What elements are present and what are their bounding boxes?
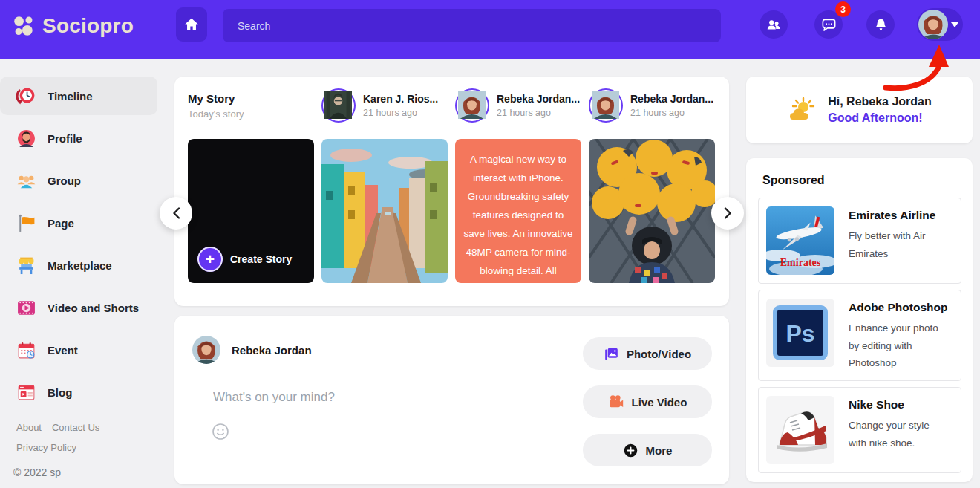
ad-description: Enhance your photo by editing with Photo… <box>849 319 947 372</box>
nike-sneaker-image <box>766 396 834 464</box>
my-story-title: My Story <box>188 92 235 105</box>
sidebar-item-label: Timeline <box>48 90 93 103</box>
composer-user-name: Rebeka Jordan <box>232 344 312 357</box>
photo-video-icon <box>604 346 619 362</box>
story-person-time: 21 hours ago <box>363 108 438 118</box>
brand-name: Sociopro <box>42 14 134 38</box>
ad-body: Nike Shoe Change your style with nike sh… <box>849 396 947 464</box>
story-person-rebeka-2[interactable]: Rebeka Jordan... 21 hours ago <box>589 88 722 123</box>
greeting-text: Hi, Rebeka Jordan Good Afternoon! <box>828 95 932 125</box>
story-avatar-ring <box>455 88 489 123</box>
friends-icon <box>765 16 782 33</box>
ad-name: Nike Shoe <box>849 398 947 411</box>
photo-video-label: Photo/Video <box>627 348 691 360</box>
post-composer-card: Rebeka Jordan Photo/Video <box>174 316 729 484</box>
story-tile-street-photo[interactable] <box>321 139 448 283</box>
story-person-time: 21 hours ago <box>497 108 580 118</box>
live-video-icon <box>608 394 624 410</box>
ad-description: Change your style with nike shoe. <box>849 417 947 452</box>
photoshop-ad-image: Ps <box>766 299 834 367</box>
profile-menu[interactable] <box>917 8 963 41</box>
sidebar-item-marketplace[interactable]: Marketplace <box>0 246 157 284</box>
sidebar-item-label: Event <box>48 344 78 357</box>
sidebar-item-event[interactable]: Event <box>0 331 157 369</box>
sidebar-item-label: Profile <box>48 132 82 145</box>
ad-emirates-airline[interactable]: Emirates Emirates Airline Fly better wit… <box>758 198 961 284</box>
ad-name: Emirates Airline <box>849 209 947 222</box>
link-about[interactable]: About <box>16 422 42 433</box>
story-tile-text[interactable]: A magical new way to interact with iPhon… <box>455 139 581 283</box>
sidebar-item-blog[interactable]: Blog <box>0 373 157 411</box>
ad-name: Adobe Photoshop <box>849 301 947 314</box>
notifications-button[interactable] <box>866 10 895 39</box>
greeting-line2: Good Afternoon! <box>828 111 932 125</box>
story-person-karen[interactable]: Karen J. Rios... 21 hours ago <box>321 88 455 123</box>
my-story-subtitle: Today's story <box>188 108 244 120</box>
story-avatar-ring <box>589 88 623 123</box>
story-person-name: Rebeka Jordan... <box>497 93 580 105</box>
link-privacy-policy[interactable]: Privacy Policy <box>16 442 76 453</box>
search-input[interactable] <box>223 9 721 42</box>
composer-user: Rebeka Jordan <box>192 336 312 364</box>
sidebar-item-label: Group <box>48 175 81 187</box>
story-tile-balloons-photo[interactable] <box>589 139 715 283</box>
sidebar-item-label: Blog <box>48 386 72 399</box>
rebeka-avatar-photo <box>918 10 948 39</box>
profile-icon <box>16 128 36 149</box>
create-story-label: Create Story <box>230 253 292 265</box>
sidebar-item-label: Video and Shorts <box>48 302 139 314</box>
sidebar-item-video-and-shorts[interactable]: Video and Shorts <box>0 288 157 327</box>
brand-logo[interactable]: Sociopro <box>12 14 134 38</box>
ad-nike-shoe[interactable]: Nike Shoe Change your style with nike sh… <box>758 387 961 473</box>
rebeka-avatar-photo <box>592 108 619 119</box>
ad-body: Adobe Photoshop Enhance your photo by ed… <box>849 299 947 372</box>
stories-next-button[interactable] <box>711 197 744 230</box>
sociopro-logo-icon <box>12 14 36 38</box>
story-person-rebeka-1[interactable]: Rebeka Jordan... 21 hours ago <box>455 88 589 123</box>
emoji-picker-button[interactable] <box>212 423 229 443</box>
stories-prev-button[interactable] <box>160 197 192 230</box>
sidebar: Timeline Profile Group <box>0 59 157 488</box>
caret-down-icon <box>951 22 958 27</box>
sun-cloud-icon <box>787 96 818 124</box>
svg-text:Ps: Ps <box>785 320 814 347</box>
ad-body: Emirates Airline Fly better with Air Emi… <box>849 206 947 275</box>
top-navbar: Sociopro 3 <box>0 0 980 59</box>
rebeka-avatar-photo <box>192 336 220 364</box>
balloons-photo <box>589 139 715 283</box>
home-icon <box>183 16 200 33</box>
ad-description: Fly better with Air Emirates <box>849 227 947 262</box>
sidebar-footer: About Contact Us Privacy Policy <box>16 422 99 453</box>
copyright-text: © 2022 sp <box>13 466 61 478</box>
link-contact-us[interactable]: Contact Us <box>52 422 99 433</box>
sponsored-card: Sponsored <box>746 158 973 482</box>
message-count-badge: 3 <box>835 1 851 17</box>
ad-adobe-photoshop[interactable]: Ps Adobe Photoshop Enhance your photo by… <box>758 290 961 381</box>
sidebar-item-timeline[interactable]: Timeline <box>0 77 157 115</box>
sidebar-item-group[interactable]: Group <box>0 161 157 200</box>
stories-row: + Create Story <box>188 139 715 283</box>
my-story-header: My Story Today's story <box>188 88 321 123</box>
photo-video-button[interactable]: Photo/Video <box>583 337 712 370</box>
chevron-right-icon <box>724 207 732 219</box>
street-photo <box>321 139 448 283</box>
post-text-input[interactable] <box>213 385 555 410</box>
create-story-tile[interactable]: + Create Story <box>188 139 314 283</box>
svg-text:Emirates: Emirates <box>780 257 821 268</box>
group-icon <box>16 171 36 191</box>
more-button[interactable]: More <box>583 434 712 466</box>
emirates-ad-image: Emirates <box>766 206 834 275</box>
sidebar-item-page[interactable]: Page <box>0 204 157 242</box>
page-flag-icon <box>16 213 36 233</box>
greeting-line1: Hi, Rebeka Jordan <box>828 95 932 108</box>
sidebar-item-profile[interactable]: Profile <box>0 119 157 157</box>
composer-avatar <box>192 336 220 364</box>
story-person-time: 21 hours ago <box>630 108 713 118</box>
home-button[interactable] <box>176 7 207 42</box>
friends-button[interactable] <box>760 10 788 39</box>
blog-icon <box>16 383 36 403</box>
avatar <box>918 10 948 39</box>
bell-icon <box>873 17 889 33</box>
live-video-button[interactable]: Live Video <box>583 385 712 418</box>
nike-ad-image <box>766 396 834 464</box>
